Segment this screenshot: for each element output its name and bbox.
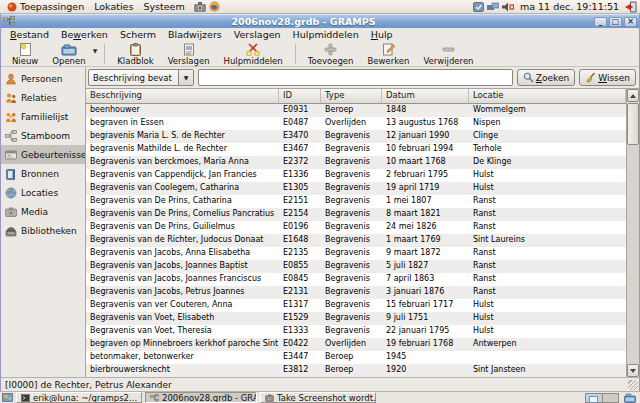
- sidebar-item-stamboom[interactable]: Stamboom: [1, 126, 85, 145]
- task-screenshot[interactable]: Take Screenshot wordt...: [260, 392, 376, 403]
- close-button[interactable]: ×: [624, 17, 637, 27]
- network-monitor-icon[interactable]: [487, 2, 499, 12]
- places-menu[interactable]: Lokaties: [89, 0, 138, 13]
- column-header-id[interactable]: ID: [279, 89, 321, 104]
- cell-beschrijving: Begravenis van Voet, Theresia: [86, 325, 279, 338]
- combo-arrow-icon[interactable]: ▼: [178, 70, 193, 85]
- open-button[interactable]: Openen: [45, 42, 92, 66]
- pedigree-icon: [5, 130, 17, 142]
- table-row[interactable]: Begravenis van Jacobs, Joannes Franciscu…: [86, 273, 626, 286]
- applications-menu[interactable]: Toepassingen: [2, 0, 89, 13]
- table-row[interactable]: betonmaker, betonwerker E3447 Beroep 194…: [86, 351, 626, 364]
- remove-button[interactable]: Verwijderen: [416, 42, 480, 66]
- column-header-datum[interactable]: Datum: [382, 89, 469, 104]
- table-row[interactable]: Begravenis van Jacobs, Joannes Baptist E…: [86, 260, 626, 273]
- sidebar-label: Locaties: [21, 188, 58, 198]
- maximize-button[interactable]: □: [609, 17, 622, 27]
- search-button[interactable]: Zoeken: [517, 69, 575, 86]
- workspace-2[interactable]: [602, 394, 618, 402]
- table-row[interactable]: Begravenis van berckmoes, Maria Anna E23…: [86, 156, 626, 169]
- screenshot-launcher-icon[interactable]: [194, 2, 206, 12]
- remove-icon: [442, 43, 455, 56]
- table-row[interactable]: Begravenis van De Prins, Catharina E2151…: [86, 195, 626, 208]
- table-row[interactable]: Begravenis van Jacobs, Anna Elisabetha E…: [86, 247, 626, 260]
- cell-locatie: Hulst: [469, 169, 626, 182]
- tools-button[interactable]: Hulpmiddelen: [217, 42, 290, 66]
- trash-icon[interactable]: [624, 393, 636, 403]
- table-row[interactable]: begravenis Maria L. S. de Rechter E3470 …: [86, 130, 626, 143]
- table-row[interactable]: bierbrouwersknecht E3812 Beroep 1920 Sin…: [86, 364, 626, 377]
- menu-hulpmiddelen[interactable]: Hulpmiddelen: [287, 28, 365, 41]
- scrollbar-thumb[interactable]: [627, 103, 639, 145]
- table-row[interactable]: Begravenis van Jacobs, Petrus Joannes E2…: [86, 286, 626, 299]
- sidebar-item-gebeurtenissen[interactable]: Gebeurtenissen: [1, 145, 85, 164]
- menu-bestand[interactable]: Bestand: [4, 28, 55, 41]
- scroll-down-button[interactable]: [627, 364, 639, 377]
- menu-hulp[interactable]: Hulp: [365, 28, 399, 41]
- table-row[interactable]: Begravenis van De Prins, Cornelius Pancr…: [86, 208, 626, 221]
- task-gramps[interactable]: 2006nov28.grdb - GRA...: [145, 392, 257, 403]
- table-row[interactable]: Begravenis van Coolegem, Catharina E1305…: [86, 182, 626, 195]
- table-row[interactable]: begraven op Minnebroers kerkhof paroche …: [86, 338, 626, 351]
- open-dropdown-arrow[interactable]: ▼: [93, 42, 100, 54]
- sidebar-item-relaties[interactable]: Relaties: [1, 88, 85, 107]
- firefox-launcher-icon[interactable]: [209, 1, 220, 12]
- sidebar-item-bibliotheken[interactable]: Bibliotheken: [1, 221, 85, 240]
- task-terminal[interactable]: erik@luna: ~/gramps2...: [16, 392, 142, 403]
- workspace-switcher[interactable]: [585, 393, 619, 403]
- reports-button-label: Verslagen: [168, 56, 210, 66]
- titlebar[interactable]: 2006nov28.grdb - GRAMPS _ □ ×: [1, 14, 639, 28]
- column-header-type[interactable]: Type: [321, 89, 382, 104]
- panel-tray: ma 11 dec. 19:11:51: [473, 1, 638, 13]
- table-row[interactable]: Begravenis van Voet, Elisabeth E1529 Beg…: [86, 312, 626, 325]
- scroll-up-button[interactable]: [627, 89, 639, 102]
- table-row[interactable]: beenhouwer E0931 Beroep 1848 Wommelgem: [86, 104, 626, 117]
- distro-menu-icon: [7, 2, 17, 12]
- menu-bladwijzers[interactable]: Bladwijzers: [162, 28, 228, 41]
- table-row[interactable]: Begravenis van Voet, Theresia E1333 Begr…: [86, 325, 626, 338]
- sidebar-item-familielijst[interactable]: Familielijst: [1, 107, 85, 126]
- search-input[interactable]: [198, 69, 513, 86]
- column-header-beschrijving[interactable]: Beschrijving: [86, 89, 279, 104]
- logout-icon[interactable]: [625, 1, 637, 13]
- broom-icon: [585, 72, 596, 83]
- menu-bewerken[interactable]: Bewerken: [55, 28, 114, 41]
- table-row[interactable]: Begravenis van De Prins, Guilielmus E019…: [86, 221, 626, 234]
- sidebar-item-locaties[interactable]: Locaties: [1, 183, 85, 202]
- clear-button[interactable]: Wissen: [579, 69, 636, 86]
- menu-verslagen[interactable]: Verslagen: [228, 28, 287, 41]
- table-row[interactable]: Begravenis van Cappendijck, Jan Francies…: [86, 169, 626, 182]
- sidebar-item-personen[interactable]: Personen: [1, 69, 85, 88]
- cell-beschrijving: Begravenis van De Prins, Guilielmus: [86, 221, 279, 234]
- places-menu-label: Lokaties: [94, 1, 133, 12]
- table-row[interactable]: begravenis Mathilde L. de Rechter E3467 …: [86, 143, 626, 156]
- table-row[interactable]: begraven in Essen E0487 Overlijden 13 au…: [86, 117, 626, 130]
- volume-icon[interactable]: [502, 2, 514, 12]
- show-desktop-icon[interactable]: [2, 393, 13, 402]
- update-notifier-icon[interactable]: [473, 2, 484, 12]
- cell-beschrijving: beenhouwer: [86, 104, 279, 117]
- cell-beschrijving: Begravenis van De Prins, Cornelius Pancr…: [86, 208, 279, 221]
- cell-beschrijving: Begravenis van De Prins, Catharina: [86, 195, 279, 208]
- sidebar-item-media[interactable]: Media: [1, 202, 85, 221]
- table-row[interactable]: Begravenis van ver Couteren, Anna E1317 …: [86, 299, 626, 312]
- filter-field-select[interactable]: Beschrijving bevat ▼: [88, 69, 194, 86]
- table-row[interactable]: Begravenis van de Richter, Judocus Donaa…: [86, 234, 626, 247]
- vertical-scrollbar[interactable]: [626, 89, 639, 377]
- panel-clock[interactable]: ma 11 dec. 19:11:51: [517, 1, 622, 12]
- scratchpad-button[interactable]: Kladblok: [110, 42, 160, 66]
- system-menu[interactable]: Systeem: [138, 0, 189, 13]
- gramps-icon: [150, 394, 159, 402]
- menu-scherm[interactable]: Scherm: [114, 28, 162, 41]
- resize-grip[interactable]: [628, 380, 638, 390]
- cell-beschrijving: Begravenis van Voet, Elisabeth: [86, 312, 279, 325]
- add-button[interactable]: Toevoegen: [301, 42, 361, 66]
- reports-button[interactable]: Verslagen: [161, 42, 217, 66]
- column-header-locatie[interactable]: Locatie: [469, 89, 626, 104]
- cell-type: Begravenis: [321, 234, 382, 247]
- minimize-button[interactable]: _: [594, 17, 607, 27]
- new-button[interactable]: Nieuw: [5, 42, 45, 66]
- workspace-1[interactable]: [586, 394, 602, 402]
- sidebar-item-bronnen[interactable]: Bronnen: [1, 164, 85, 183]
- edit-button[interactable]: Bewerken: [360, 42, 416, 66]
